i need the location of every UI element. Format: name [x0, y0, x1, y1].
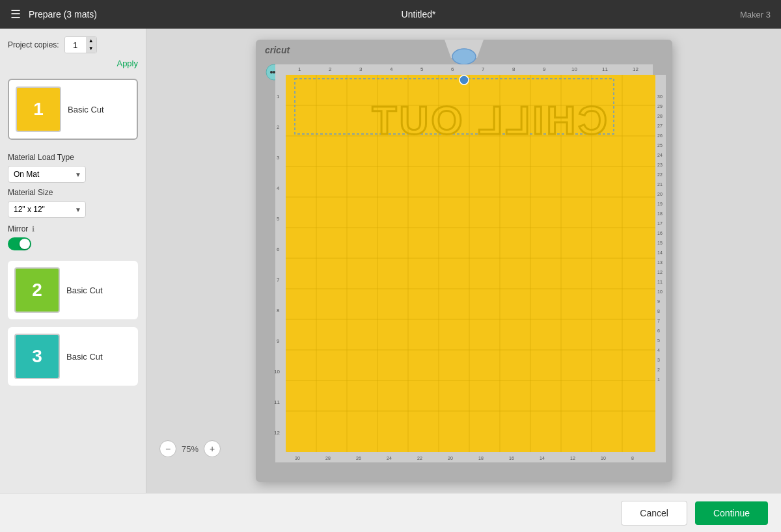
page-title: Prepare (3 mats)	[29, 9, 97, 20]
svg-text:25: 25	[657, 143, 663, 148]
svg-text:4: 4	[390, 66, 393, 72]
svg-text:16: 16	[657, 231, 663, 235]
svg-text:12: 12	[570, 456, 575, 460]
svg-text:9: 9	[277, 338, 280, 344]
svg-text:24: 24	[657, 153, 663, 157]
main-content: Project copies: ▲ ▼ Apply 1 Basic Cut Ma…	[0, 29, 781, 493]
svg-text:10: 10	[571, 66, 577, 72]
svg-text:24: 24	[387, 456, 392, 460]
cutting-mat-svg: cricut 1 2 3 4 5 6 7 8	[256, 40, 672, 482]
svg-text:11: 11	[602, 66, 608, 72]
svg-text:4: 4	[277, 185, 280, 191]
svg-text:5: 5	[657, 338, 660, 343]
svg-text:27: 27	[657, 124, 663, 128]
svg-text:6: 6	[657, 328, 660, 333]
svg-text:4: 4	[657, 348, 660, 352]
svg-text:11: 11	[274, 399, 280, 405]
mat-card-2[interactable]: 2 Basic Cut	[8, 261, 138, 319]
copies-input-wrapper: ▲ ▼	[64, 36, 97, 53]
project-copies-row: Project copies: ▲ ▼	[8, 36, 138, 53]
svg-text:15: 15	[657, 241, 663, 245]
svg-text:2: 2	[657, 367, 660, 372]
svg-text:30: 30	[295, 456, 300, 460]
svg-text:8: 8	[512, 66, 515, 72]
apply-button[interactable]: Apply	[8, 59, 138, 68]
svg-text:5: 5	[420, 66, 424, 72]
material-size-label: Material Size	[8, 188, 138, 197]
material-load-label: Material Load Type	[8, 153, 138, 162]
mat-label-1: Basic Cut	[68, 105, 104, 114]
mirror-toggle[interactable]	[8, 237, 31, 250]
mat-card-3[interactable]: 3 Basic Cut	[8, 327, 138, 386]
svg-text:10: 10	[657, 289, 663, 294]
mirror-info-icon[interactable]: ℹ	[32, 225, 34, 233]
svg-text:3: 3	[657, 358, 660, 362]
zoom-out-button[interactable]: −	[159, 440, 176, 457]
svg-text:1: 1	[657, 377, 660, 382]
svg-text:2: 2	[329, 66, 332, 72]
svg-text:12: 12	[274, 430, 280, 436]
svg-text:7: 7	[657, 319, 660, 323]
mat-label-2: Basic Cut	[66, 286, 103, 295]
svg-point-2	[452, 49, 476, 64]
svg-text:5: 5	[277, 216, 280, 222]
copies-down-button[interactable]: ▼	[86, 45, 96, 53]
svg-text:8: 8	[631, 456, 634, 460]
zoom-label: 75%	[179, 444, 201, 454]
device-label: Maker 3	[740, 10, 771, 20]
svg-text:19: 19	[657, 202, 663, 206]
zoom-in-button[interactable]: +	[204, 440, 221, 457]
svg-text:8: 8	[657, 309, 660, 313]
svg-text:18: 18	[657, 211, 663, 216]
svg-text:3: 3	[359, 66, 363, 72]
mat-number-2: 2	[32, 280, 42, 300]
svg-text:29: 29	[657, 104, 663, 109]
svg-point-104	[459, 75, 469, 85]
svg-text:18: 18	[478, 456, 484, 460]
bottom-bar: Cancel Continue	[0, 493, 781, 532]
copies-input[interactable]	[65, 37, 86, 53]
svg-text:11: 11	[657, 280, 663, 284]
svg-text:28: 28	[657, 114, 663, 118]
svg-text:9: 9	[657, 299, 660, 304]
document-title: Untitled*	[97, 9, 740, 20]
svg-text:21: 21	[657, 182, 663, 187]
svg-text:13: 13	[657, 260, 663, 265]
svg-text:17: 17	[657, 221, 663, 226]
toggle-track[interactable]	[8, 237, 31, 250]
copies-up-button[interactable]: ▲	[86, 37, 96, 45]
svg-text:20: 20	[448, 456, 453, 460]
menu-icon[interactable]: ☰	[10, 7, 21, 21]
continue-button[interactable]: Continue	[695, 501, 768, 525]
svg-text:12: 12	[633, 66, 638, 72]
svg-text:16: 16	[509, 456, 514, 460]
mat-label-3: Basic Cut	[66, 352, 103, 362]
topbar: ☰ Prepare (3 mats) Untitled* Maker 3	[0, 0, 781, 29]
svg-text:26: 26	[356, 456, 361, 460]
material-load-select-wrapper: On Mat Roll ▼	[8, 166, 86, 183]
material-load-select[interactable]: On Mat Roll	[8, 166, 86, 183]
project-copies-label: Project copies:	[8, 40, 59, 49]
svg-text:10: 10	[274, 369, 280, 375]
svg-text:3: 3	[277, 155, 280, 161]
copies-spinners: ▲ ▼	[86, 37, 96, 53]
svg-text:8: 8	[277, 308, 280, 313]
mirror-row: Mirror ℹ	[8, 224, 138, 233]
material-size-select[interactable]: 12" x 12" 12" x 24"	[8, 201, 86, 218]
svg-text:22: 22	[657, 172, 663, 177]
mat-thumbnail-2: 2	[14, 267, 60, 313]
mat-number-1: 1	[33, 99, 44, 120]
svg-text:1: 1	[298, 66, 301, 72]
mat-card-1[interactable]: 1 Basic Cut	[8, 79, 138, 140]
svg-text:cricut: cricut	[265, 45, 290, 55]
mat-thumbnail-3: 3	[14, 334, 60, 379]
svg-text:2: 2	[277, 124, 280, 130]
cancel-button[interactable]: Cancel	[621, 501, 687, 525]
svg-text:6: 6	[277, 246, 280, 252]
mirror-label: Mirror	[8, 224, 28, 233]
svg-text:26: 26	[657, 133, 663, 138]
svg-point-6	[270, 71, 273, 73]
svg-text:9: 9	[543, 66, 546, 72]
mat-thumbnail-1: 1	[16, 86, 61, 132]
toggle-thumb	[20, 239, 30, 249]
